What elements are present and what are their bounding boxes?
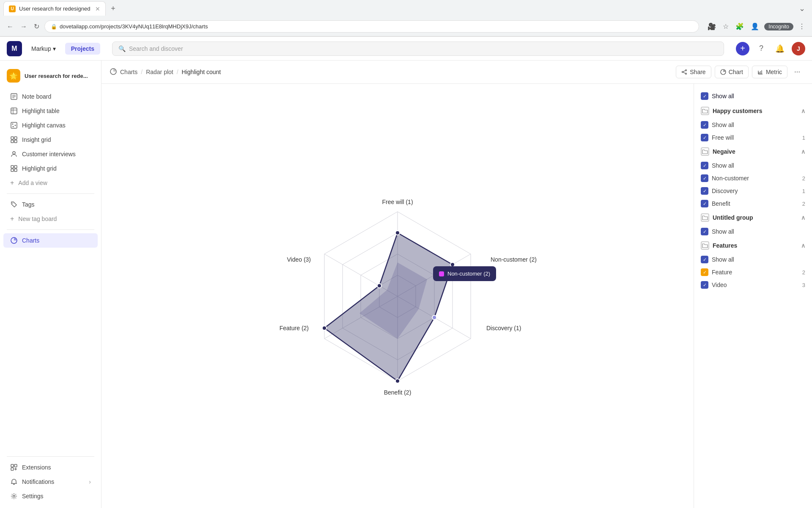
sidebar-item-highlight-canvas[interactable]: Highlight canvas [3, 118, 98, 133]
untitled-show-all-checkbox[interactable]: ✓ [701, 228, 708, 235]
negaive-benefit[interactable]: ✓ Benefit 2 [694, 197, 812, 210]
extension-icon[interactable]: 🧩 [734, 21, 746, 32]
features-feature[interactable]: ✓ Feature 2 [694, 266, 812, 279]
user-avatar[interactable]: J [792, 42, 805, 55]
tab-bar: U User research for redesigned ✕ + ⌄ [0, 0, 812, 17]
negaive-show-all-checkbox[interactable]: ✓ [701, 162, 708, 169]
show-all-label: Show all [712, 93, 734, 99]
negaive-ben-count: 2 [802, 201, 805, 207]
projects-button[interactable]: Projects [65, 43, 100, 55]
breadcrumb-radar[interactable]: Radar plot [146, 69, 173, 75]
happy-chevron-icon[interactable]: ∧ [801, 108, 805, 114]
more-options-button[interactable]: ⋯ [791, 66, 804, 78]
features-feat-checkbox[interactable]: ✓ [701, 268, 708, 276]
negaive-disc-label: Discovery [712, 188, 799, 194]
breadcrumb-charts[interactable]: Charts [120, 69, 137, 75]
features-label: Features [713, 242, 737, 249]
svg-rect-22 [11, 464, 14, 467]
svg-rect-14 [14, 140, 17, 143]
camera-off-icon[interactable]: 🎥 [706, 21, 718, 32]
back-btn[interactable]: ← [5, 21, 15, 32]
svg-point-48 [450, 262, 455, 267]
negaive-disc-checkbox[interactable]: ✓ [701, 187, 708, 195]
sidebar-item-tags[interactable]: Tags [3, 197, 98, 212]
breadcrumb-chart-icon [110, 68, 117, 76]
sidebar-item-customer-interviews[interactable]: Customer interviews [3, 147, 98, 161]
show-all-top[interactable]: ✓ Show all [694, 89, 812, 103]
notifications-icon[interactable]: 🔔 [773, 42, 787, 55]
share-label: Share [690, 69, 705, 75]
breadcrumb-current: Highlight count [182, 69, 221, 75]
features-video[interactable]: ✓ Video 3 [694, 279, 812, 291]
tab-close-btn[interactable]: ✕ [95, 6, 100, 12]
features-vid-checkbox[interactable]: ✓ [701, 281, 708, 289]
help-icon[interactable]: ? [754, 42, 768, 55]
happy-free-will[interactable]: ✓ Free will 1 [694, 131, 812, 144]
features-show-all[interactable]: ✓ Show all [694, 253, 812, 266]
svg-rect-35 [759, 72, 760, 74]
sidebar-item-charts[interactable]: Charts [3, 233, 98, 248]
search-bar[interactable]: 🔍 Search and discover [112, 41, 724, 56]
folder-icon-happy [701, 107, 709, 115]
chart-label: Chart [729, 69, 743, 75]
sidebar-divider [7, 193, 94, 194]
new-tab-btn[interactable]: + [107, 3, 119, 15]
svg-text:Video (3): Video (3) [287, 256, 311, 263]
forward-btn[interactable]: → [19, 21, 29, 32]
share-button[interactable]: Share [676, 66, 711, 78]
new-tag-board-button[interactable]: + New tag board [3, 212, 98, 226]
url-bar[interactable]: 🔒 dovetailapp.com/projects/3KV4yNUq11E8l… [44, 20, 699, 33]
radar-container: Free will (1) Non-customer (2) Discovery… [102, 84, 694, 508]
sidebar-divider-3 [7, 456, 94, 457]
features-show-all-checkbox[interactable]: ✓ [701, 256, 708, 263]
sidebar-item-highlight-grid[interactable]: Highlight grid [3, 161, 98, 176]
breadcrumb-sep-2: / [177, 69, 178, 75]
url-text: dovetailapp.com/projects/3KV4yNUq11E8lrq… [60, 23, 208, 30]
tags-icon [10, 201, 18, 208]
svg-line-31 [683, 72, 686, 74]
negaive-ben-checkbox[interactable]: ✓ [701, 200, 708, 207]
add-view-button[interactable]: + Add a view [3, 176, 98, 190]
chart-button[interactable]: Chart [715, 66, 749, 78]
group-header-happy-customers[interactable]: Happy customers ∧ [694, 103, 812, 119]
more-btn[interactable]: ⋮ [797, 21, 807, 32]
negaive-show-all[interactable]: ✓ Show all [694, 159, 812, 172]
sidebar-item-note-board[interactable]: Note board [3, 89, 98, 104]
svg-text:Free will (1): Free will (1) [382, 199, 413, 205]
sidebar-item-insight-grid[interactable]: Insight grid [3, 133, 98, 147]
notifications-row[interactable]: Notifications › [3, 475, 98, 489]
group-header-untitled[interactable]: Untitled group ∧ [694, 210, 812, 225]
main-content: 🌟 User research for rede... Note board H… [0, 61, 812, 508]
radar-chart: Free will (1) Non-customer (2) Discovery… [250, 169, 546, 423]
folder-icon-features [701, 241, 709, 250]
svg-rect-13 [11, 140, 14, 143]
happy-show-all[interactable]: ✓ Show all [694, 119, 812, 131]
reload-btn[interactable]: ↻ [32, 21, 41, 32]
metric-button[interactable]: Metric [752, 66, 787, 78]
bookmark-icon[interactable]: ☆ [721, 21, 730, 32]
notifications-label: Notifications [22, 478, 54, 485]
sidebar-item-highlight-table[interactable]: Highlight table [3, 104, 98, 118]
create-button[interactable]: + [736, 42, 749, 55]
negaive-non-customer[interactable]: ✓ Non-customer 2 [694, 172, 812, 185]
untitled-show-all[interactable]: ✓ Show all [694, 225, 812, 238]
markup-button[interactable]: Markup ▾ [27, 43, 60, 55]
sidebar-item-settings[interactable]: Settings [3, 489, 98, 503]
account-icon[interactable]: 👤 [749, 21, 761, 32]
group-header-negaive[interactable]: Negaive ∧ [694, 144, 812, 159]
svg-rect-19 [14, 169, 17, 171]
features-chevron-icon[interactable]: ∧ [801, 242, 805, 249]
folder-icon-negaive [701, 147, 709, 156]
group-header-features[interactable]: Features ∧ [694, 238, 812, 253]
sidebar-item-extensions[interactable]: Extensions [3, 460, 98, 475]
svg-point-50 [395, 379, 400, 383]
happy-free-will-checkbox[interactable]: ✓ [701, 134, 708, 141]
show-all-checkbox[interactable]: ✓ [701, 92, 708, 100]
negaive-chevron-icon[interactable]: ∧ [801, 148, 805, 155]
untitled-chevron-icon[interactable]: ∧ [801, 214, 805, 221]
search-icon: 🔍 [118, 45, 126, 52]
negaive-discovery[interactable]: ✓ Discovery 1 [694, 185, 812, 197]
happy-show-all-checkbox[interactable]: ✓ [701, 121, 708, 129]
negaive-nc-checkbox[interactable]: ✓ [701, 174, 708, 182]
active-tab[interactable]: U User research for redesigned ✕ [3, 1, 106, 16]
